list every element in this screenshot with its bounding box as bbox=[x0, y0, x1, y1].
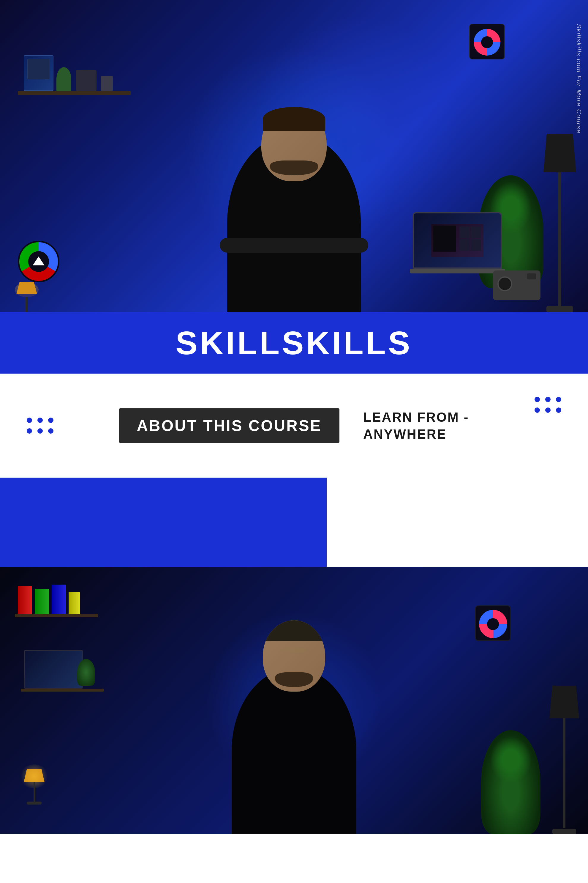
watermark-text: Skillskills.com For More Course bbox=[575, 24, 583, 134]
laptop-base bbox=[410, 269, 505, 274]
video-lamp-base-right bbox=[552, 829, 576, 834]
video-person bbox=[190, 597, 398, 834]
about-badge: ABOUT THIS COURSE bbox=[119, 408, 340, 443]
video-lamp-far-right bbox=[546, 686, 582, 834]
middle-content: ABOUT THIS COURSE LEARN FROM -ANYWHERE bbox=[119, 408, 469, 443]
dot-r2 bbox=[545, 397, 550, 402]
shelf-box bbox=[76, 70, 96, 91]
dot-1 bbox=[27, 418, 32, 423]
dot-6 bbox=[48, 428, 54, 434]
hero-image: Skillskills.com For More Course bbox=[0, 0, 588, 312]
dot-4 bbox=[27, 428, 32, 434]
lamp-shade-top bbox=[543, 134, 576, 172]
shelf-item-display bbox=[24, 55, 54, 91]
dot-r4 bbox=[534, 408, 540, 413]
dot-3 bbox=[48, 418, 54, 423]
shelf-plant-small bbox=[56, 67, 71, 91]
davinci-triangle bbox=[33, 256, 45, 265]
video-shelf-lower bbox=[24, 650, 83, 689]
shelf-board bbox=[18, 91, 130, 95]
video-person-head bbox=[263, 620, 325, 692]
video-person-hair bbox=[263, 620, 325, 641]
camera-lens bbox=[497, 277, 512, 291]
video-lamp-pole-right bbox=[563, 718, 566, 828]
video-person-cheeks bbox=[282, 647, 306, 653]
video-books-row bbox=[18, 585, 81, 614]
dark-video-section bbox=[0, 567, 588, 834]
person-silhouette bbox=[190, 89, 398, 312]
video-tablet-screen bbox=[25, 651, 82, 688]
dot-r3 bbox=[556, 397, 561, 402]
davinci-inner bbox=[28, 251, 49, 272]
monitor-device-right bbox=[469, 24, 505, 59]
dot-2 bbox=[38, 418, 43, 423]
video-monitor-device bbox=[475, 605, 511, 641]
lamp-base bbox=[546, 306, 573, 312]
video-plant bbox=[481, 730, 540, 834]
camera-viewfinder bbox=[527, 274, 536, 279]
monitor-color-wheel bbox=[474, 29, 500, 56]
video-lamp-small-pole bbox=[33, 782, 35, 803]
video-person-beard bbox=[275, 672, 313, 687]
video-lamp-small-left bbox=[24, 769, 48, 805]
video-color-wheel bbox=[479, 610, 507, 638]
video-lamp-small-base bbox=[27, 802, 42, 805]
shelf-box-2 bbox=[101, 76, 113, 91]
video-shelf-2-board bbox=[21, 689, 104, 692]
dot-r1 bbox=[534, 397, 540, 402]
book-blue bbox=[52, 585, 66, 614]
lamp-small-left bbox=[15, 282, 39, 297]
laptop bbox=[413, 212, 505, 274]
video-lamp-shade-right bbox=[549, 686, 579, 718]
lower-section bbox=[0, 478, 588, 834]
learn-from-container: LEARN FROM -ANYWHERE bbox=[363, 409, 469, 442]
hero-section: Skillskills.com For More Course bbox=[0, 0, 588, 374]
davinci-logo bbox=[18, 241, 59, 282]
brand-title: SKILLSKILLS bbox=[176, 325, 412, 361]
dot-5 bbox=[38, 428, 43, 434]
lamp-pole bbox=[558, 172, 561, 306]
title-banner: SKILLSKILLS bbox=[0, 312, 588, 374]
person-head-shape bbox=[261, 107, 327, 181]
person-hair bbox=[263, 107, 325, 131]
learn-from-text: LEARN FROM -ANYWHERE bbox=[363, 410, 469, 441]
video-books-shelf bbox=[18, 585, 81, 614]
dot-grid-left bbox=[27, 418, 54, 434]
middle-section: ABOUT THIS COURSE LEARN FROM -ANYWHERE bbox=[0, 374, 588, 478]
video-shelf-board bbox=[15, 614, 98, 617]
shelf-left bbox=[18, 30, 130, 95]
video-person-body bbox=[232, 668, 356, 834]
dot-grid-right bbox=[534, 397, 561, 413]
book-red bbox=[18, 586, 32, 614]
lamp-far-right bbox=[540, 134, 579, 312]
camera bbox=[493, 271, 540, 300]
dot-r5 bbox=[545, 408, 550, 413]
about-badge-text: ABOUT THIS COURSE bbox=[137, 417, 322, 434]
video-tablet-display bbox=[24, 650, 83, 689]
dot-r6 bbox=[556, 408, 561, 413]
person-arms bbox=[220, 238, 368, 253]
book-yellow bbox=[69, 592, 80, 614]
book-green bbox=[35, 589, 49, 614]
person-beard bbox=[270, 161, 318, 175]
video-shelf-plant bbox=[77, 659, 95, 686]
